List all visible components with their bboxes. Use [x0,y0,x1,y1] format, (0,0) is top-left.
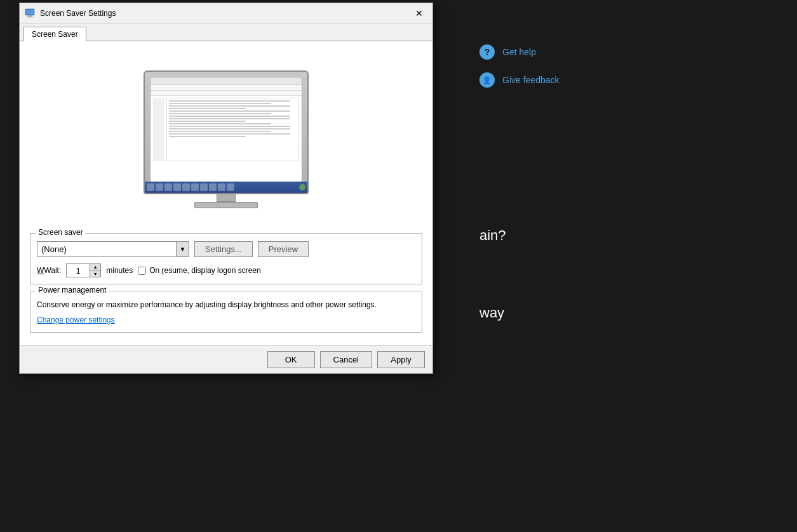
spinner-up-button[interactable]: ▲ [90,264,100,270]
get-help-icon: ? [479,44,495,60]
give-feedback-icon: 👤 [479,72,495,88]
mini-line [169,136,246,137]
mini-document [151,77,302,187]
titlebar-left: Screen Saver Settings [25,8,116,18]
mini-line [169,116,290,117]
screensaver-dropdown[interactable] [37,242,176,256]
settings-button[interactable]: Settings... [194,241,253,257]
tab-screen-saver[interactable]: Screen Saver [23,27,86,41]
monitor-neck [217,194,236,202]
mini-content-area [151,96,302,163]
svg-rect-3 [27,17,33,18]
spinner-arrows: ▲ ▼ [90,264,100,277]
titlebar: Screen Saver Settings ✕ [20,3,432,23]
mini-sidebar [153,98,164,161]
screen-saver-dialog: Screen Saver Settings ✕ Screen Saver [19,3,433,374]
dialog-content: Screen saver ▼ Settings... Preview [20,41,432,345]
screensaver-controls: ▼ Settings... Preview [37,241,415,257]
change-power-settings-link[interactable]: Change power settings [37,316,115,324]
mini-line [169,100,290,102]
screen-saver-section: Screen saver ▼ Settings... Preview [30,233,422,284]
mini-line [169,121,246,122]
monitor-screen [150,77,302,188]
mini-line [169,123,271,124]
taskbar-btn-1 [156,183,163,191]
mini-line [169,105,290,107]
taskbar-btn-5 [191,183,199,191]
power-section-label: Power management [36,286,109,295]
wait-input[interactable] [67,264,90,277]
mini-line [169,118,290,119]
preview-area [30,49,422,233]
taskbar-btn-8 [218,183,225,191]
taskbar-btn-6 [200,183,208,191]
mini-line [169,133,290,135]
mini-toolbar-1 [151,77,302,85]
mini-page [166,98,299,161]
dialog-icon [25,8,35,18]
mini-toolbar-2 [151,85,302,91]
cancel-button[interactable]: Cancel [320,351,372,368]
ok-button[interactable]: OK [267,351,315,368]
monitor-body [144,70,309,194]
screen-saver-section-label: Screen saver [36,228,86,237]
svg-rect-2 [28,15,32,17]
taskbar-start [147,183,154,191]
mini-line [169,108,246,109]
close-button[interactable]: ✕ [411,7,427,20]
taskbar-btn-3 [173,183,181,191]
spinner-down-button[interactable]: ▼ [90,270,100,277]
wait-label: WWait: [37,266,61,275]
mini-toolbar-3 [151,91,302,96]
wait-spinner-wrapper[interactable]: ▲ ▼ [66,263,101,277]
tab-row: Screen Saver [20,23,432,41]
get-help-label: Get help [502,47,536,57]
resume-checkbox[interactable] [138,267,146,275]
background-panel: ? Get help 👤 Give feedback ain? way [429,0,797,532]
give-feedback-label: Give feedback [502,75,559,85]
power-description: Conserve energy or maximize performance … [37,299,415,310]
dialog-footer: OK Cancel Apply [20,345,432,373]
svg-rect-1 [26,10,34,15]
dialog-title: Screen Saver Settings [40,9,116,18]
monitor-base [194,202,258,208]
taskbar-circle [299,184,305,190]
give-feedback-link[interactable]: 👤 Give feedback [479,72,772,88]
taskbar-btn-7 [209,183,217,191]
mini-line [169,110,290,112]
dropdown-arrow-button[interactable]: ▼ [176,242,189,256]
monitor-taskbar [145,182,307,193]
mini-line [169,113,271,114]
mini-line [169,131,271,132]
monitor-illustration [144,70,309,207]
wait-accel: W [37,266,44,275]
preview-button[interactable]: Preview [258,241,309,257]
taskbar-btn-2 [164,183,172,191]
mini-line [169,126,290,127]
dropdown-arrow-icon: ▼ [180,246,186,253]
get-help-link[interactable]: ? Get help [479,44,772,60]
resume-checkbox-label: On resume, display logon screen [149,266,260,275]
partial-text1: ain? [479,227,772,244]
screensaver-dropdown-wrapper[interactable]: ▼ [37,241,189,257]
dialog-overlay: Screen Saver Settings ✕ Screen Saver [0,0,438,532]
mini-line [169,103,271,104]
power-management-section: Power management Conserve energy or maxi… [30,291,422,333]
apply-button[interactable]: Apply [377,351,425,368]
minutes-label: minutes [106,266,133,275]
mini-line [169,128,290,130]
resume-checkbox-wrapper[interactable]: On resume, display logon screen [138,266,260,275]
wait-row: WWait: ▲ ▼ minutes On resume, display lo… [37,263,415,277]
taskbar-btn-9 [227,183,234,191]
taskbar-btn-4 [182,183,190,191]
partial-text2: way [479,305,772,321]
